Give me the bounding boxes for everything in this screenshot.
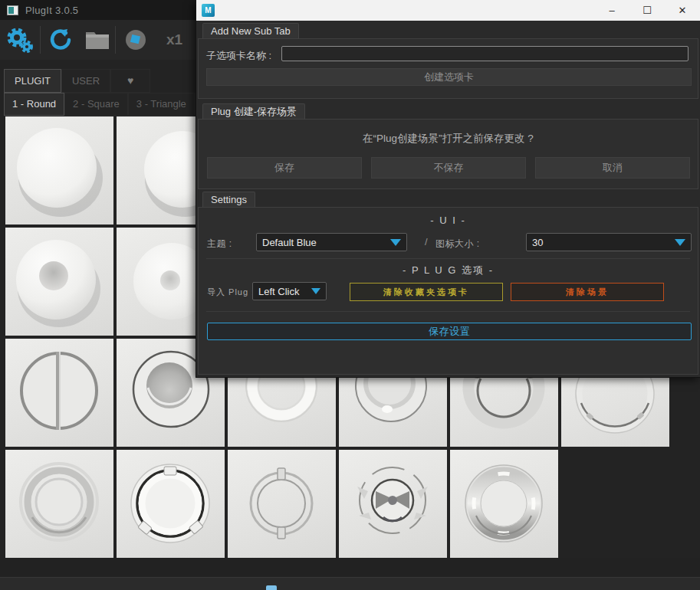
divider	[206, 258, 690, 259]
close-button[interactable]: ✕	[665, 0, 700, 21]
theme-label: 主题 :	[207, 238, 232, 251]
save-changes-message: 在“Plug创建场景”打开之前保存更改 ?	[199, 132, 698, 146]
create-tab-button[interactable]: 创建选项卡	[206, 68, 692, 86]
subtab-name-label: 子选项卡名称 :	[206, 49, 271, 63]
plug-thumbnail-concentric-rings[interactable]	[5, 450, 113, 558]
plug-thumbnail-bowtie-plug[interactable]	[339, 450, 447, 558]
plug-thumbnail-donut[interactable]	[5, 228, 113, 336]
group-tab-add-new-sub-tab: Add New Sub Tab	[202, 23, 299, 38]
settings-gears-icon[interactable]	[0, 20, 40, 60]
main-tabstrip: PLUGIT USER ♥	[4, 69, 150, 93]
ui-section-header: - U I -	[199, 215, 698, 226]
folder-icon[interactable]	[81, 20, 115, 60]
plug-thumbnail-split-circle[interactable]	[5, 339, 113, 447]
icon-size-label: 图标大小 :	[435, 238, 480, 251]
subtab-name-input[interactable]	[281, 46, 688, 61]
group-save-scene: 在“Plug创建场景”打开之前保存更改 ? 保存 不保存 取消	[198, 119, 698, 189]
tab-favorites-heart-icon[interactable]: ♥	[110, 69, 150, 93]
chevron-down-icon	[675, 239, 685, 246]
multiplier-label[interactable]: x1	[156, 31, 193, 48]
group-tab-settings: Settings	[202, 192, 255, 207]
plug-thumbnail-thin-ring-tabs[interactable]	[228, 450, 336, 558]
dont-save-button[interactable]: 不保存	[371, 157, 526, 179]
save-button[interactable]: 保存	[207, 157, 362, 179]
window-title: PlugIt 3.0.5	[25, 5, 78, 16]
window-controls: – ☐ ✕	[594, 0, 700, 21]
plug-thumbnail-bold-ring-notch[interactable]	[117, 450, 225, 558]
import-plug-value: Left Click	[258, 286, 299, 297]
app-window-icon	[7, 5, 18, 15]
icon-size-value: 30	[532, 237, 543, 248]
plug-thumbnail-flat-button[interactable]	[5, 116, 113, 225]
subtab-square[interactable]: 2 - Square	[64, 93, 128, 116]
refresh-icon[interactable]	[41, 20, 81, 60]
clear-favorites-tab-button[interactable]: 清除收藏夹选项卡	[350, 283, 503, 301]
3dsmax-app-icon: M	[202, 4, 215, 17]
clear-scene-button[interactable]: 清除场景	[511, 283, 664, 301]
group-settings: - U I - 主题 : Default Blue / 图标大小 : 30 - …	[198, 207, 698, 375]
theme-value: Default Blue	[262, 237, 317, 248]
maximize-button[interactable]: ☐	[629, 0, 665, 21]
group-add-new-sub-tab: 子选项卡名称 : 创建选项卡	[198, 38, 698, 99]
render-sphere-icon[interactable]	[116, 20, 156, 60]
minimize-button[interactable]: –	[594, 0, 629, 21]
divider	[206, 311, 690, 312]
theme-dropdown[interactable]: Default Blue	[256, 233, 407, 251]
plugit-settings-dialog: M – ☐ ✕ Add New Sub Tab 子选项卡名称 : 创建选项卡 P…	[196, 0, 700, 378]
tab-plugit[interactable]: PLUGIT	[4, 69, 61, 93]
save-settings-button[interactable]: 保存设置	[207, 323, 692, 340]
chevron-down-icon	[390, 239, 401, 246]
import-plug-label: 导入 Plug :	[207, 287, 255, 298]
dialog-titlebar: M – ☐ ✕	[196, 0, 700, 21]
cancel-button[interactable]: 取消	[535, 157, 690, 179]
icon-size-dropdown[interactable]: 30	[526, 233, 692, 251]
chevron-down-icon	[311, 288, 320, 294]
plug-thumbnail-metal-ring[interactable]	[450, 450, 558, 558]
group-tab-save-scene: Plug 创建-保存场景	[202, 103, 305, 119]
subtab-round[interactable]: 1 - Round	[4, 93, 64, 116]
tab-user[interactable]: USER	[61, 69, 110, 93]
slash-separator: /	[425, 236, 428, 247]
taskbar	[0, 577, 700, 590]
taskbar-3dsmax-icon[interactable]	[266, 585, 277, 590]
subtab-triangle[interactable]: 3 - Triangle	[128, 93, 195, 116]
window-bottom-strip	[0, 558, 700, 577]
plug-options-header: - P L U G 选项 -	[199, 264, 698, 277]
import-plug-dropdown[interactable]: Left Click	[252, 282, 327, 300]
